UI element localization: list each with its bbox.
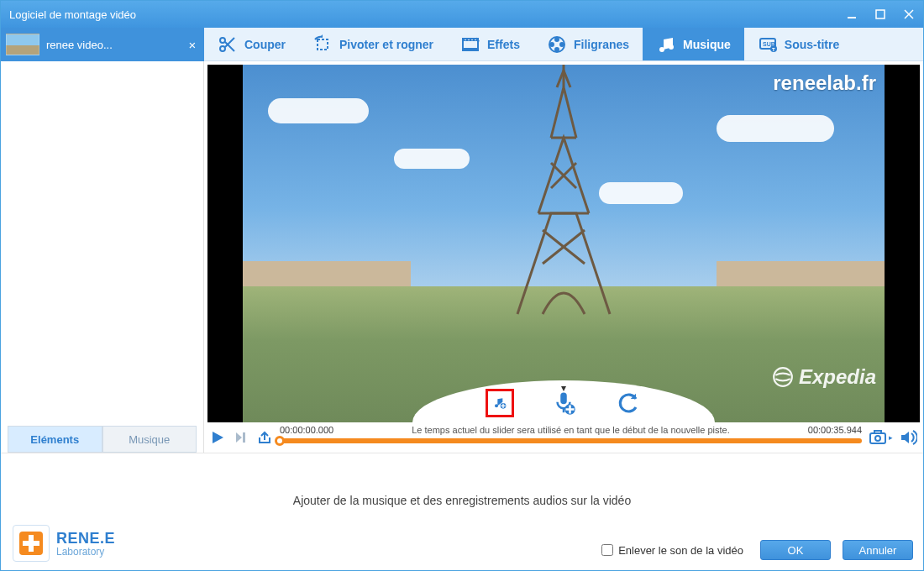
file-thumbnail bbox=[6, 34, 39, 55]
tab-label: Filigranes bbox=[574, 38, 629, 51]
svg-rect-0 bbox=[848, 17, 856, 18]
main-area: Eléments Musique bbox=[1, 61, 923, 453]
export-frame-button[interactable] bbox=[256, 429, 273, 446]
svg-rect-47 bbox=[243, 432, 245, 443]
svg-marker-45 bbox=[213, 432, 223, 443]
panel-message: Ajouter de la musique et des enregistrem… bbox=[1, 494, 923, 507]
maximize-icon bbox=[875, 9, 885, 19]
brand-sub: Laboratory bbox=[56, 546, 115, 558]
mute-video-label: Enlever le son de la vidéo bbox=[618, 544, 743, 557]
toolbar: Couper Pivoter et rogner Effets Filigran… bbox=[204, 28, 923, 61]
timeline-knob[interactable] bbox=[275, 436, 285, 446]
add-music-button[interactable] bbox=[486, 389, 514, 417]
building-shape bbox=[717, 261, 885, 286]
close-button[interactable] bbox=[895, 1, 923, 28]
svg-point-13 bbox=[468, 39, 470, 40]
ok-button[interactable]: OK bbox=[760, 540, 831, 560]
speaker-icon bbox=[900, 430, 917, 445]
reel-icon bbox=[547, 34, 567, 55]
cloud-shape bbox=[268, 98, 369, 123]
svg-rect-55 bbox=[23, 541, 39, 546]
svg-marker-46 bbox=[236, 432, 242, 443]
slider-hint: Le temps actuel du slider sera utilisé e… bbox=[280, 425, 862, 435]
watermark-brand: Expedia bbox=[772, 365, 876, 389]
svg-point-14 bbox=[471, 39, 473, 40]
step-button[interactable] bbox=[233, 429, 249, 446]
timeline-track[interactable] bbox=[280, 438, 862, 443]
snapshot-menu-icon[interactable]: ▸ bbox=[889, 433, 893, 442]
file-chip[interactable]: renee video... × bbox=[1, 28, 204, 61]
tab-watermark[interactable]: Filigranes bbox=[533, 28, 643, 60]
close-icon bbox=[904, 9, 914, 19]
tab-label: Pivoter et rogner bbox=[339, 38, 433, 51]
maximize-button[interactable] bbox=[866, 1, 895, 28]
brand-logo bbox=[13, 525, 50, 562]
svg-point-23 bbox=[669, 45, 674, 50]
eiffel-tower-shape bbox=[505, 65, 622, 322]
plus-logo-icon bbox=[17, 529, 45, 558]
svg-rect-44 bbox=[566, 408, 575, 411]
watermark-brand-text: Expedia bbox=[799, 365, 876, 389]
scissors-icon bbox=[218, 34, 238, 55]
file-chip-close-icon[interactable]: × bbox=[186, 38, 199, 52]
bottom-panel: Ajouter de la musique et des enregistrem… bbox=[1, 453, 923, 570]
footer-row: Enlever le son de la vidéo OK Annuler bbox=[253, 540, 913, 560]
replace-audio-button[interactable] bbox=[613, 389, 642, 417]
step-forward-icon bbox=[234, 431, 248, 444]
app-window: Logiciel de montage vidéo renee video...… bbox=[0, 0, 924, 571]
svg-point-15 bbox=[475, 39, 476, 40]
svg-rect-8 bbox=[318, 39, 328, 50]
preview-column: reneelab.fr Expedia ▾ bbox=[204, 61, 923, 453]
minimize-button[interactable] bbox=[837, 1, 866, 28]
video-preview[interactable]: reneelab.fr Expedia ▾ bbox=[207, 65, 920, 422]
svg-rect-51 bbox=[874, 431, 881, 433]
tab-label: Musique bbox=[683, 38, 731, 51]
svg-point-50 bbox=[875, 436, 880, 441]
timeline[interactable]: 00:00:00.000 Le temps actuel du slider s… bbox=[280, 428, 862, 447]
left-column: Eléments Musique bbox=[1, 61, 204, 453]
mute-video-input[interactable] bbox=[601, 544, 613, 556]
svg-rect-11 bbox=[463, 48, 478, 50]
volume-button[interactable] bbox=[900, 428, 918, 447]
export-icon bbox=[257, 430, 272, 445]
tab-label: Sous-titre bbox=[785, 38, 839, 51]
subtitle-icon: SUBT bbox=[758, 34, 778, 55]
mute-video-checkbox[interactable]: Enlever le son de la vidéo bbox=[601, 544, 743, 557]
header-row: renee video... × Couper Pivoter et rogne… bbox=[1, 28, 923, 61]
tab-effects[interactable]: Effets bbox=[447, 28, 533, 60]
minimize-icon bbox=[847, 9, 857, 19]
svg-text:T: T bbox=[772, 46, 775, 51]
svg-point-4 bbox=[220, 38, 225, 43]
filmstrip-icon bbox=[460, 34, 480, 55]
chevron-down-icon[interactable]: ▾ bbox=[561, 382, 566, 394]
side-tab-elements[interactable]: Eléments bbox=[8, 426, 102, 453]
svg-point-5 bbox=[220, 46, 225, 51]
play-button[interactable] bbox=[209, 429, 226, 446]
cloud-shape bbox=[717, 115, 834, 142]
music-note-icon bbox=[656, 34, 676, 55]
playback-bar: 00:00:00.000 Le temps actuel du slider s… bbox=[204, 422, 923, 453]
tab-rotate-crop[interactable]: Pivoter et rogner bbox=[299, 28, 447, 60]
camera-icon bbox=[869, 430, 887, 445]
svg-point-18 bbox=[555, 38, 559, 41]
svg-rect-40 bbox=[560, 393, 567, 405]
cloud-shape bbox=[394, 149, 470, 169]
tab-label: Effets bbox=[487, 38, 520, 51]
snapshot-button[interactable] bbox=[869, 428, 887, 447]
cancel-button[interactable]: Annuler bbox=[843, 540, 913, 560]
svg-point-19 bbox=[560, 43, 564, 46]
building-shape bbox=[243, 261, 411, 286]
globe-icon bbox=[772, 366, 794, 388]
svg-point-22 bbox=[659, 47, 664, 52]
side-tabs: Eléments Musique bbox=[8, 426, 197, 453]
tab-subtitle[interactable]: SUBT Sous-titre bbox=[744, 28, 853, 60]
brand-block: RENE.E Laboratory bbox=[13, 525, 115, 562]
tab-cut[interactable]: Couper bbox=[204, 28, 299, 60]
music-add-icon bbox=[493, 390, 507, 416]
tab-music[interactable]: Musique bbox=[643, 28, 744, 60]
watermark-url: reneelab.fr bbox=[773, 71, 876, 95]
svg-point-36 bbox=[495, 404, 498, 407]
side-tab-music[interactable]: Musique bbox=[102, 426, 197, 453]
svg-rect-49 bbox=[870, 433, 885, 443]
total-time: 00:00:35.944 bbox=[808, 425, 862, 435]
